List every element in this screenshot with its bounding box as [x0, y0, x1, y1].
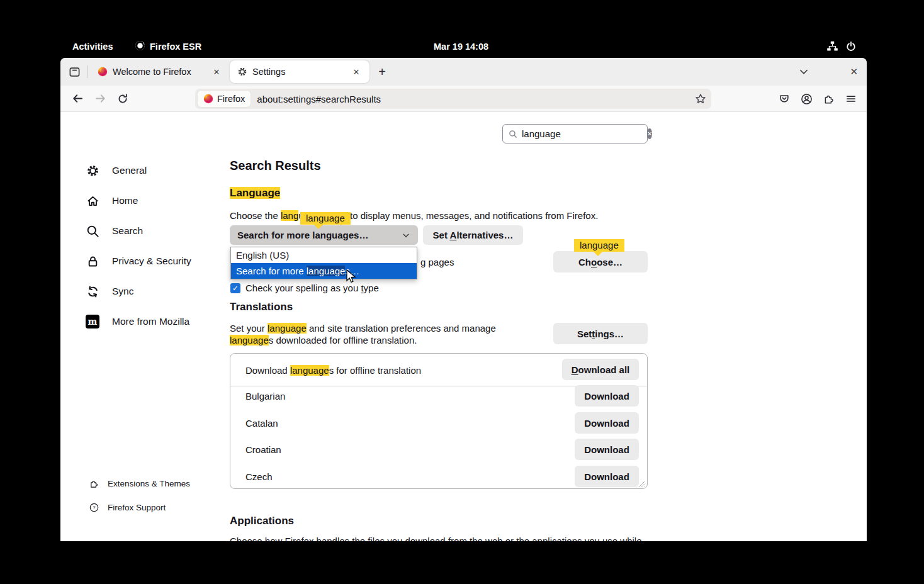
obscured-text: g pages: [420, 256, 454, 268]
sidebar-label: Home: [112, 195, 138, 206]
clear-search-icon[interactable]: ✕: [647, 128, 652, 139]
sidebar-label: More from Mozilla: [112, 316, 189, 327]
settings-page: ✕ General Home Search Privacy & Securi: [60, 112, 867, 541]
menu-hamburger-icon[interactable]: [845, 93, 857, 104]
search-icon: [509, 130, 517, 138]
language-row-label: Bulgarian: [245, 391, 285, 402]
search-match-tooltip: language: [574, 239, 624, 252]
mouse-cursor: [345, 269, 358, 287]
button-label: Download: [584, 391, 629, 402]
url-bar[interactable]: Firefox about:settings#searchResults: [195, 89, 711, 109]
extensions-puzzle-icon[interactable]: [823, 93, 835, 104]
language-section-description: Choose the languages used to display men…: [230, 210, 607, 222]
sidebar-item-sync[interactable]: Sync: [86, 283, 133, 300]
option-label: Search for more languages…: [236, 266, 359, 276]
applications-heading: Applications: [230, 515, 294, 527]
download-button[interactable]: Download: [575, 385, 639, 407]
network-tray-icon[interactable]: [826, 35, 838, 58]
tooltip-label: language: [580, 240, 619, 250]
download-all-button[interactable]: Download all: [562, 359, 639, 380]
spellcheck-label[interactable]: Check your spelling as you type: [245, 282, 379, 294]
translations-description: Set your language and site translation p…: [230, 322, 539, 346]
tab-title: Welcome to Firefox: [113, 67, 205, 77]
tab-settings[interactable]: Settings ✕: [230, 60, 369, 83]
reload-button[interactable]: [113, 89, 132, 108]
download-box-header: Download languages for offline translati…: [245, 364, 421, 376]
tab-welcome-to-firefox[interactable]: Welcome to Firefox ✕: [90, 60, 230, 83]
language-row-label: Czech: [245, 471, 273, 482]
translations-settings-button[interactable]: Settings…: [553, 323, 648, 344]
forward-button[interactable]: [91, 89, 110, 108]
sidebar-item-firefox-support[interactable]: ? Firefox Support: [89, 500, 166, 515]
sidebar-label: Firefox Support: [108, 503, 166, 512]
download-button[interactable]: Download: [575, 439, 639, 460]
power-icon[interactable]: [845, 35, 857, 58]
sidebar-item-privacy-security[interactable]: Privacy & Security: [86, 252, 191, 270]
dropdown-option-search-more-languages[interactable]: Search for more languages…: [231, 263, 417, 279]
close-window-icon[interactable]: ✕: [850, 66, 858, 77]
search-icon: [86, 224, 99, 238]
tab-close-icon[interactable]: ✕: [349, 65, 363, 79]
gear-icon: [86, 164, 99, 177]
site-identity-chip[interactable]: Firefox: [198, 91, 251, 107]
help-question-icon: ?: [89, 503, 99, 512]
sidebar-label: Extensions & Themes: [108, 479, 190, 488]
tabbar-separator: [87, 65, 87, 78]
account-icon[interactable]: [801, 93, 813, 105]
button-label: Settings…: [577, 328, 624, 339]
button-label: Download: [584, 444, 629, 455]
back-button[interactable]: [68, 89, 87, 108]
language-dropdown-popup: English (US) Search for more languages…: [230, 247, 417, 279]
set-alternatives-button[interactable]: Set Alternatives…: [423, 225, 523, 245]
svg-text:?: ?: [93, 505, 96, 510]
activities-label: Activities: [72, 42, 113, 52]
button-label: Download all: [572, 364, 630, 375]
gear-icon: [237, 67, 247, 77]
resize-grip[interactable]: [638, 479, 645, 486]
tooltip-label: language: [306, 213, 345, 223]
app-name-label: Firefox ESR: [150, 42, 201, 52]
button-label: Choose…: [578, 257, 623, 267]
firefox-tab-icon: [98, 67, 108, 77]
url-text[interactable]: about:settings#searchResults: [257, 94, 695, 104]
clock[interactable]: Mar 19 14:08: [434, 35, 488, 58]
spellcheck-checkbox[interactable]: ✓: [230, 283, 240, 293]
sidebar-label: Privacy & Security: [112, 256, 191, 267]
sidebar-item-home[interactable]: Home: [86, 192, 138, 210]
download-languages-box: Download languages for offline translati…: [230, 353, 648, 489]
applications-description: Choose how Firefox handles the files you…: [230, 535, 658, 541]
sidebar-item-search[interactable]: Search: [86, 222, 143, 240]
home-icon: [86, 194, 99, 208]
bookmark-star-icon[interactable]: [695, 93, 706, 104]
tooltip-arrow: [594, 252, 602, 256]
language-row-label: Catalan: [245, 418, 278, 429]
search-input[interactable]: [522, 128, 647, 139]
settings-search-field[interactable]: ✕: [502, 124, 648, 143]
chevron-down-icon: [402, 231, 410, 240]
lock-icon: [86, 254, 99, 268]
firefox-icon: [135, 40, 145, 53]
pocket-icon[interactable]: [779, 93, 790, 104]
activities-button[interactable]: Activities: [72, 35, 113, 58]
sync-icon: [86, 284, 99, 298]
dropdown-option-english-us[interactable]: English (US): [231, 247, 417, 263]
new-tab-button[interactable]: +: [373, 63, 391, 81]
focused-app-menu[interactable]: Firefox ESR: [135, 35, 201, 58]
download-button[interactable]: Download: [575, 466, 639, 487]
translations-heading: Translations: [230, 301, 293, 313]
language-section-heading: Language: [230, 187, 280, 199]
sidebar-item-extensions-themes[interactable]: Extensions & Themes: [89, 476, 190, 491]
list-all-tabs-chevron-icon[interactable]: [798, 66, 809, 77]
language-select-dropdown[interactable]: Search for more languages…: [230, 225, 418, 245]
search-match-tooltip: language: [300, 212, 351, 225]
site-badge-label: Firefox: [217, 94, 245, 104]
tooltip-arrow: [314, 225, 323, 229]
download-button[interactable]: Download: [575, 412, 639, 434]
sidebar-label: General: [112, 165, 147, 176]
tab-overview-button[interactable]: [65, 63, 83, 81]
sidebar-item-more-from-mozilla[interactable]: m More from Mozilla: [86, 313, 189, 330]
tab-close-icon[interactable]: ✕: [210, 65, 223, 79]
firefox-window: Welcome to Firefox ✕ Settings ✕ + ✕: [60, 58, 867, 541]
sidebar-item-general[interactable]: General: [86, 162, 147, 179]
sidebar-label: Sync: [112, 286, 133, 297]
